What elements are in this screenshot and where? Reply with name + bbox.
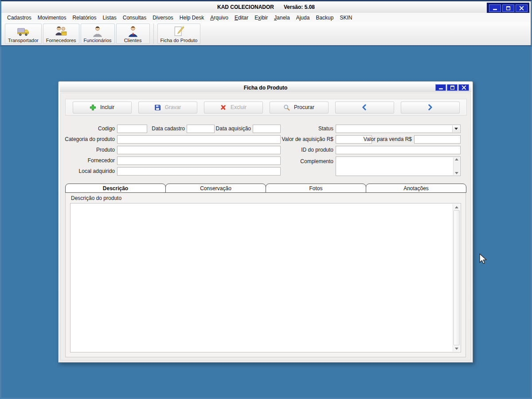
- incluir-button[interactable]: Incluir: [73, 102, 132, 113]
- menu-item-editar[interactable]: Editar: [231, 14, 251, 22]
- scroll-thumb[interactable]: [454, 210, 460, 345]
- id-produto-label: ID do produto: [280, 147, 333, 153]
- chevron-left-icon: [361, 104, 368, 110]
- maximize-button[interactable]: [502, 4, 514, 12]
- codigo-input[interactable]: [117, 125, 147, 133]
- toolbar-button-ficha-do-produto[interactable]: Ficha do Produto: [157, 23, 201, 44]
- action-panel: IncluirGravarExcluirProcurar: [65, 99, 467, 116]
- description-tab-panel: Descrição do produto: [65, 192, 466, 357]
- toolbar-button-label: Fornecedores: [46, 38, 76, 43]
- dialog-titlebar[interactable]: Ficha do Produto: [60, 83, 471, 92]
- description-label: Descrição do produto: [71, 195, 121, 201]
- complemento-textarea[interactable]: [336, 156, 461, 176]
- plus-icon: [90, 104, 96, 111]
- local-adquirido-input[interactable]: [117, 167, 281, 176]
- description-area: [70, 203, 461, 352]
- close-icon: [519, 6, 524, 11]
- menu-item-janela[interactable]: Janela: [271, 14, 293, 22]
- app-title-group: KAD COLECIONADOR Versão: 5.08: [217, 4, 315, 10]
- tab-strip: DescriçãoConservaçãoFotosAnotações: [65, 184, 466, 193]
- chevron-right-icon: [427, 104, 433, 110]
- menu-item-skin[interactable]: SKIN: [336, 14, 355, 22]
- complemento-scrollbar[interactable]: [453, 157, 460, 175]
- toolbar-button-fornecedores[interactable]: Fornecedores: [43, 23, 79, 44]
- employee-icon: [91, 25, 104, 38]
- data-aquisicao-input[interactable]: [253, 125, 281, 133]
- toolbar-button-transportador[interactable]: Transportador: [5, 23, 42, 44]
- menu-bar: CadastrosMovimentosRelatóriosListasConsu…: [0, 13, 532, 22]
- dialog-body: IncluirGravarExcluirProcurar Codigo Data…: [60, 93, 471, 360]
- action-button-label: Incluir: [100, 104, 114, 110]
- toolbar-button-label: Ficha do Produto: [160, 38, 198, 43]
- chevron-left-button[interactable]: [335, 102, 394, 113]
- tab-conservacao[interactable]: Conservação: [165, 184, 266, 193]
- minimize-icon: [493, 6, 497, 11]
- scroll-up-icon[interactable]: [455, 158, 458, 160]
- minimize-button[interactable]: [435, 84, 446, 91]
- app-titlebar[interactable]: KAD COLECIONADOR Versão: 5.08: [0, 0, 532, 13]
- action-button-label: Procurar: [294, 104, 314, 110]
- close-button[interactable]: [458, 84, 469, 91]
- procurar-button[interactable]: Procurar: [270, 102, 329, 113]
- close-button[interactable]: [516, 4, 528, 12]
- valor-venda-input[interactable]: [414, 135, 461, 144]
- status-dropdown-button[interactable]: [452, 125, 460, 132]
- dialog-window-controls: [435, 84, 469, 91]
- local-adquirido-label: Local adquirido: [62, 168, 115, 174]
- scroll-up-button[interactable]: [453, 204, 460, 210]
- data-cadastro-label: Data cadastro: [143, 125, 185, 132]
- search-icon: [283, 104, 290, 111]
- categoria-label: Categoria do produto: [62, 136, 115, 142]
- description-scrollbar[interactable]: [453, 204, 460, 352]
- tab-descricao[interactable]: Descrição: [65, 184, 166, 193]
- gravar-button[interactable]: Gravar: [138, 102, 197, 113]
- valor-venda-label: Valor para venda R$: [358, 136, 412, 142]
- menu-item-cadastros[interactable]: Cadastros: [4, 14, 35, 22]
- app-title: KAD COLECIONADOR: [217, 4, 274, 10]
- minimize-icon: [438, 85, 443, 90]
- menu-item-diversos[interactable]: Diversos: [149, 14, 176, 22]
- description-textarea[interactable]: [71, 204, 452, 352]
- excluir-button[interactable]: Excluir: [204, 102, 263, 113]
- truck-icon: [17, 25, 29, 38]
- menu-item-consultas[interactable]: Consultas: [120, 14, 149, 22]
- tab-anotacoes[interactable]: Anotações: [366, 184, 466, 193]
- scroll-down-icon: [455, 348, 458, 350]
- menu-item-arquivo[interactable]: Arquivo: [207, 14, 231, 22]
- menu-item-backup[interactable]: Backup: [313, 14, 336, 22]
- codigo-label: Codigo: [62, 125, 115, 132]
- menu-item-ajuda[interactable]: Ajuda: [293, 14, 313, 22]
- scroll-down-icon[interactable]: [455, 172, 458, 174]
- scroll-up-icon: [455, 206, 458, 208]
- toolbar-button-label: Funcionários: [84, 38, 112, 43]
- menu-item-help-desk[interactable]: Help Desk: [176, 14, 207, 22]
- suppliers-icon: [55, 25, 67, 38]
- save-icon: [154, 104, 161, 111]
- chevron-right-button[interactable]: [401, 102, 460, 113]
- fornecedor-label: Fornecedor: [62, 157, 115, 164]
- produto-input[interactable]: [117, 146, 281, 154]
- menu-item-listas[interactable]: Listas: [99, 14, 119, 22]
- categoria-input[interactable]: [117, 135, 281, 144]
- toolbar-button-label: Transportador: [8, 38, 39, 43]
- delete-icon: [220, 104, 227, 111]
- toolbar-button-label: Clientes: [124, 38, 142, 43]
- tab-fotos[interactable]: Fotos: [266, 184, 366, 193]
- scroll-down-button[interactable]: [453, 345, 460, 352]
- maximize-button[interactable]: [447, 84, 458, 91]
- menu-item-movimentos[interactable]: Movimentos: [35, 14, 70, 22]
- data-aquisicao-label: Data aquisição: [207, 125, 251, 132]
- toolbar-button-funcionarios[interactable]: Funcionários: [81, 23, 115, 44]
- produto-label: Produto: [62, 147, 115, 153]
- fornecedor-input[interactable]: [117, 156, 281, 165]
- status-select[interactable]: [336, 125, 461, 133]
- complemento-label: Complemento: [280, 158, 333, 164]
- minimize-button[interactable]: [489, 4, 501, 12]
- app-window-controls: [487, 3, 529, 14]
- menu-item-exibir[interactable]: Exibir: [251, 14, 271, 22]
- toolbar: TransportadorFornecedoresFuncionáriosCli…: [0, 22, 532, 46]
- toolbar-button-clientes[interactable]: Clientes: [116, 23, 150, 44]
- id-produto-input[interactable]: [336, 146, 461, 154]
- valor-aquisicao-label: Valor de aquisição R$: [268, 136, 333, 142]
- menu-item-relatorios[interactable]: Relatórios: [69, 14, 99, 22]
